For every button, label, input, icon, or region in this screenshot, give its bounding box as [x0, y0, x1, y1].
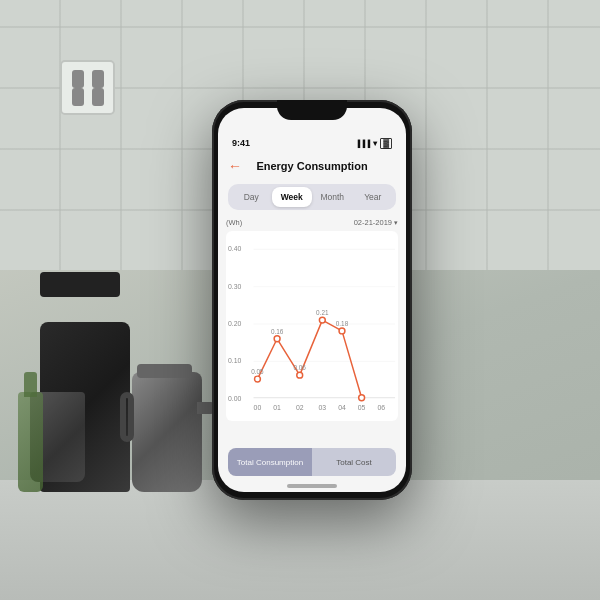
tab-year[interactable]: Year	[353, 187, 394, 207]
data-point-3	[319, 317, 325, 323]
svg-text:0.06: 0.06	[294, 364, 307, 371]
data-point-5	[359, 395, 365, 401]
status-time: 9:41	[232, 138, 250, 148]
svg-text:06: 06	[377, 404, 385, 411]
phone-frame: 9:41 ▐▐▐ ▾ ▓ ← Energy Consumption Day	[212, 100, 412, 500]
bottom-tab-bar: Total Consumption Total Cost	[228, 448, 396, 476]
svg-text:01: 01	[273, 404, 281, 411]
tab-total-consumption[interactable]: Total Consumption	[228, 448, 312, 476]
wall-outlet	[60, 60, 115, 115]
svg-text:04: 04	[338, 404, 346, 411]
svg-text:03: 03	[318, 404, 326, 411]
tab-week[interactable]: Week	[272, 187, 313, 207]
chart-unit: (Wh)	[226, 218, 242, 227]
phone-screen: 9:41 ▐▐▐ ▾ ▓ ← Energy Consumption Day	[218, 108, 406, 492]
data-point-1	[274, 336, 280, 342]
phone-notch	[277, 100, 347, 120]
svg-text:05: 05	[358, 404, 366, 411]
status-icons: ▐▐▐ ▾ ▓	[355, 138, 392, 149]
svg-text:0.16: 0.16	[271, 328, 284, 335]
svg-text:0.21: 0.21	[316, 309, 329, 316]
chart-header: (Wh) 02-21-2019 ▾	[226, 218, 398, 227]
tab-total-cost[interactable]: Total Cost	[312, 448, 396, 476]
svg-text:0.20: 0.20	[228, 320, 242, 327]
kettle	[132, 342, 212, 492]
svg-text:0.05: 0.05	[251, 368, 264, 375]
page-title: Energy Consumption	[256, 160, 367, 172]
chart-date: 02-21-2019 ▾	[354, 218, 398, 227]
data-point-2	[297, 372, 303, 378]
chevron-down-icon[interactable]: ▾	[394, 219, 398, 227]
energy-chart-svg: 0.40 0.30 0.20 0.10 0.00	[226, 231, 398, 421]
back-button[interactable]: ←	[228, 158, 242, 174]
chart-container: (Wh) 02-21-2019 ▾ 0.40 0.30 0.20 0.10	[218, 214, 406, 444]
data-point-4	[339, 328, 345, 334]
status-bar: 9:41 ▐▐▐ ▾ ▓	[218, 130, 406, 152]
period-tab-bar: Day Week Month Year	[228, 184, 396, 210]
tab-day[interactable]: Day	[231, 187, 272, 207]
svg-text:0.10: 0.10	[228, 357, 242, 364]
app-header: ← Energy Consumption	[218, 152, 406, 180]
svg-text:0.00: 0.00	[228, 395, 242, 402]
data-point-0	[255, 376, 261, 382]
svg-text:02: 02	[296, 404, 304, 411]
bottle	[18, 372, 48, 492]
phone: 9:41 ▐▐▐ ▾ ▓ ← Energy Consumption Day	[212, 100, 412, 500]
svg-text:0.40: 0.40	[228, 245, 242, 252]
battery-icon: ▓	[380, 138, 392, 149]
tab-month[interactable]: Month	[312, 187, 353, 207]
wifi-icon: ▾	[373, 139, 377, 148]
chart-area: 0.40 0.30 0.20 0.10 0.00	[226, 231, 398, 421]
signal-icon: ▐▐▐	[355, 140, 370, 147]
svg-text:0.18: 0.18	[336, 320, 349, 327]
home-indicator	[287, 484, 337, 488]
svg-text:0.30: 0.30	[228, 283, 242, 290]
svg-text:00: 00	[254, 404, 262, 411]
